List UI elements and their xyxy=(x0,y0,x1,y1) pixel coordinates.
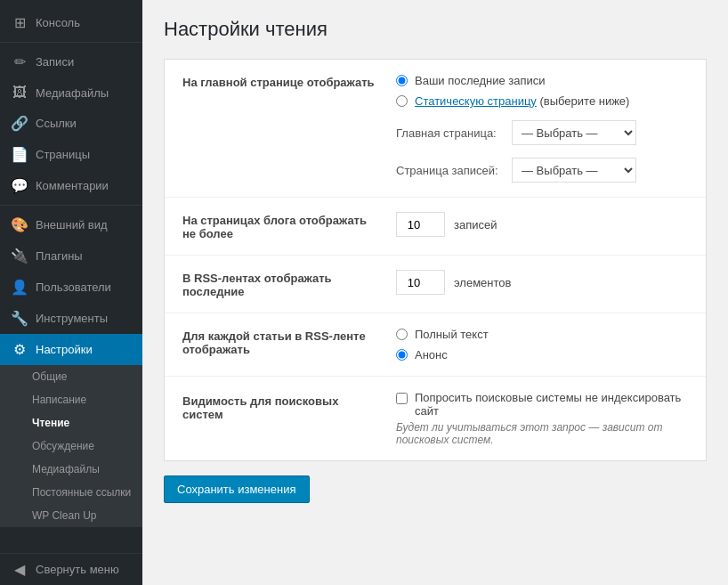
sidebar-item-users[interactable]: 👤 Пользователи xyxy=(0,272,142,303)
rss-number-row: элементов xyxy=(396,270,688,295)
sidebar-item-plugins[interactable]: 🔌 Плагины xyxy=(0,240,142,272)
radio-posts[interactable] xyxy=(396,75,408,86)
links-icon: 🔗 xyxy=(11,115,28,132)
search-visibility-row: Видимость для поисковых систем Попросить… xyxy=(165,377,706,460)
sidebar-item-media[interactable]: 🖼 Медиафайлы xyxy=(0,77,142,108)
posts-page-select[interactable]: — Выбрать — xyxy=(512,158,636,183)
static-page-link[interactable]: Статическую страницу xyxy=(415,94,537,108)
collapse-label: Свернуть меню xyxy=(36,563,119,576)
settings-form: На главной странице отображать Ваши посл… xyxy=(164,59,707,461)
posts-icon: ✏ xyxy=(11,53,28,70)
blog-pages-row: На страницах блога отображать не более з… xyxy=(165,198,706,256)
front-page-select-row: Главная страница: — Выбрать — xyxy=(396,120,688,145)
front-page-label: На главной странице отображать xyxy=(182,74,378,89)
save-button[interactable]: Сохранить изменения xyxy=(164,475,310,503)
submenu-item-general[interactable]: Общие xyxy=(0,365,142,388)
rss-input[interactable] xyxy=(396,270,445,295)
sidebar-label-settings: Настройки xyxy=(36,343,93,356)
collapse-menu-button[interactable]: ◀ Свернуть меню xyxy=(0,554,142,585)
radio-item-static: Статическую страницу (выберите ниже) xyxy=(396,94,688,108)
sidebar-bottom: ◀ Свернуть меню xyxy=(0,553,142,585)
radio-item-excerpt: Анонс xyxy=(396,348,688,362)
sidebar-item-posts[interactable]: ✏ Записи xyxy=(0,46,142,77)
submenu-item-cleanup[interactable]: WP Clean Up xyxy=(0,504,142,527)
front-page-control: Ваши последние записи Статическую страни… xyxy=(396,74,688,183)
pages-icon: 📄 xyxy=(11,146,28,163)
comments-icon: 💬 xyxy=(11,177,28,194)
rss-content-radio-group: Полный текст Анонс xyxy=(396,328,688,362)
blog-pages-control: записей xyxy=(396,212,688,237)
rss-label: В RSS-лентах отображать последние xyxy=(182,270,378,298)
radio-excerpt[interactable] xyxy=(396,349,408,361)
blog-pages-input[interactable] xyxy=(396,212,445,237)
settings-icon: ⚙ xyxy=(11,341,28,358)
front-page-row: На главной странице отображать Ваши посл… xyxy=(165,60,706,198)
sidebar-item-tools[interactable]: 🔧 Инструменты xyxy=(0,303,142,334)
radio-full-label[interactable]: Полный текст xyxy=(415,328,489,341)
posts-page-select-label: Страница записей: xyxy=(396,164,503,177)
sidebar-label-links: Ссылки xyxy=(36,117,77,130)
radio-item-posts: Ваши последние записи xyxy=(396,74,688,87)
search-visibility-hint: Будет ли учитываться этот запрос — завис… xyxy=(396,421,688,446)
sidebar-label-comments: Комментарии xyxy=(36,179,109,192)
sidebar-label-appearance: Внешний вид xyxy=(36,218,108,232)
blog-pages-label: На страницах блога отображать не более xyxy=(182,212,378,240)
radio-static-label[interactable]: Статическую страницу (выберите ниже) xyxy=(415,94,629,108)
radio-item-full: Полный текст xyxy=(396,328,688,341)
main-content: Настройки чтения На главной странице ото… xyxy=(142,0,728,585)
plugins-icon: 🔌 xyxy=(11,248,28,264)
sidebar-item-appearance[interactable]: 🎨 Внешний вид xyxy=(0,209,142,240)
submenu-item-permalinks[interactable]: Постоянные ссылки xyxy=(0,481,142,504)
radio-static[interactable] xyxy=(396,95,408,107)
rss-unit: элементов xyxy=(454,276,511,289)
sidebar-item-comments[interactable]: 💬 Комментарии xyxy=(0,170,142,201)
tools-icon: 🔧 xyxy=(11,310,28,327)
sidebar-label-users: Пользователи xyxy=(36,280,111,294)
search-visibility-checkbox-label[interactable]: Попросить поисковые системы не индексиро… xyxy=(415,391,688,418)
front-page-radio-group: Ваши последние записи Статическую страни… xyxy=(396,74,688,183)
search-visibility-control: Попросить поисковые системы не индексиро… xyxy=(396,391,688,446)
sidebar-item-pages[interactable]: 📄 Страницы xyxy=(0,139,142,170)
sidebar-label-pages: Страницы xyxy=(36,148,90,161)
submenu-item-writing[interactable]: Написание xyxy=(0,388,142,411)
blog-pages-unit: записей xyxy=(454,218,497,232)
search-visibility-checkbox[interactable] xyxy=(396,393,408,404)
settings-submenu: Общие Написание Чтение Обсуждение Медиаф… xyxy=(0,365,142,527)
media-icon: 🖼 xyxy=(11,85,28,101)
collapse-icon: ◀ xyxy=(11,561,28,578)
submenu-item-discussion[interactable]: Обсуждение xyxy=(0,435,142,458)
sidebar: ⊞ Консоль ✏ Записи 🖼 Медиафайлы 🔗 Ссылки… xyxy=(0,0,142,585)
sidebar-label-media: Медиафайлы xyxy=(36,86,109,100)
submenu-item-reading[interactable]: Чтение xyxy=(0,411,142,435)
sidebar-item-links[interactable]: 🔗 Ссылки xyxy=(0,108,142,139)
front-page-select[interactable]: — Выбрать — xyxy=(512,120,636,145)
search-visibility-label: Видимость для поисковых систем xyxy=(182,391,378,421)
console-icon: ⊞ xyxy=(11,14,28,31)
rss-content-label: Для каждой статьи в RSS-ленте отображать xyxy=(182,328,378,356)
sidebar-label-tools: Инструменты xyxy=(36,312,108,325)
submenu-item-media-sub[interactable]: Медиафайлы xyxy=(0,458,142,481)
sidebar-label-plugins: Плагины xyxy=(36,249,83,263)
rss-content-control: Полный текст Анонс xyxy=(396,328,688,362)
blog-pages-number-row: записей xyxy=(396,212,688,237)
front-page-select-label: Главная страница: xyxy=(396,126,503,140)
users-icon: 👤 xyxy=(11,279,28,296)
radio-excerpt-label[interactable]: Анонс xyxy=(415,348,448,362)
rss-row: В RSS-лентах отображать последние элемен… xyxy=(165,256,706,313)
posts-page-select-row: Страница записей: — Выбрать — xyxy=(396,158,688,183)
page-title: Настройки чтения xyxy=(164,18,707,41)
sidebar-label-posts: Записи xyxy=(36,55,74,69)
radio-full[interactable] xyxy=(396,329,408,340)
sidebar-item-settings[interactable]: ⚙ Настройки xyxy=(0,334,142,365)
rss-content-row: Для каждой статьи в RSS-ленте отображать… xyxy=(165,313,706,377)
sidebar-item-console[interactable]: ⊞ Консоль xyxy=(0,7,142,38)
appearance-icon: 🎨 xyxy=(11,216,28,233)
rss-control: элементов xyxy=(396,270,688,295)
search-visibility-checkbox-row: Попросить поисковые системы не индексиро… xyxy=(396,391,688,418)
radio-posts-label[interactable]: Ваши последние записи xyxy=(415,74,546,87)
sidebar-label-console: Консоль xyxy=(36,16,80,29)
